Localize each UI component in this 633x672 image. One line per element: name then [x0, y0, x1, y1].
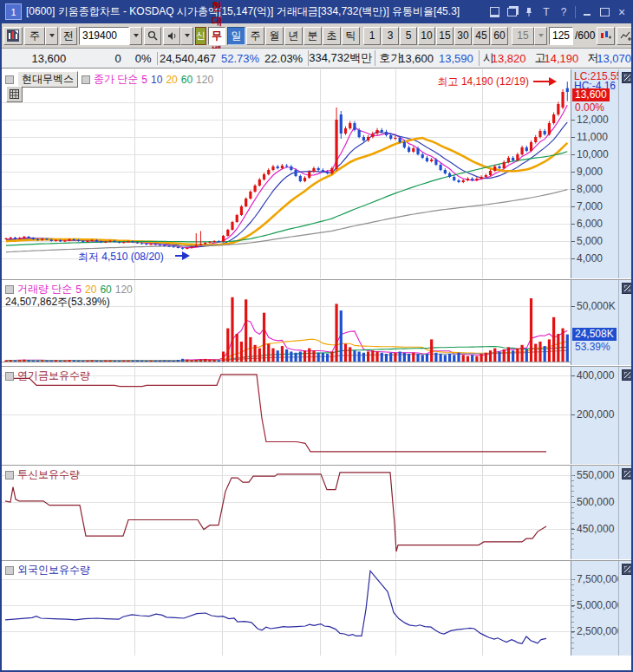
- period-button-분[interactable]: 분: [303, 27, 322, 45]
- candle: [552, 114, 555, 123]
- trust-panel-resize-button[interactable]: [622, 468, 633, 480]
- week-period-combo-arrow[interactable]: [45, 27, 58, 45]
- jun-button[interactable]: 전: [60, 27, 77, 45]
- candle: [258, 179, 261, 186]
- candle: [516, 154, 519, 160]
- candle: [344, 128, 347, 134]
- duplicate-window-icon[interactable]: [506, 6, 518, 18]
- minute-button-5[interactable]: 5: [400, 27, 417, 45]
- open-label: 시: [479, 50, 492, 66]
- period-button-년[interactable]: 년: [284, 27, 303, 45]
- period-button-일[interactable]: 일: [227, 27, 245, 45]
- period-button-주[interactable]: 주: [246, 27, 264, 45]
- high-price: 14,190: [544, 52, 584, 65]
- axis-minor-tick: [571, 496, 574, 497]
- minute-combo-arrow[interactable]: [534, 27, 547, 45]
- volume-bar: [489, 350, 492, 362]
- candle: [226, 230, 229, 236]
- volume-bar: [544, 346, 546, 362]
- trust-axis: 550,000500,000450,000: [571, 466, 618, 559]
- minute-combo[interactable]: 15: [512, 27, 534, 45]
- pension-axis: 400,000200,000: [571, 367, 618, 464]
- add-indicator-tool-button[interactable]: [617, 27, 633, 45]
- volume-bar: [271, 349, 274, 362]
- axis-minor-tick: [571, 549, 574, 550]
- embed-window-icon[interactable]: [488, 6, 500, 18]
- stock-code-dropdown[interactable]: [129, 27, 142, 45]
- candle: [512, 158, 514, 160]
- candle: [566, 88, 569, 92]
- minute-button-3[interactable]: 3: [382, 27, 399, 45]
- minimize-button[interactable]: [581, 6, 593, 18]
- candle: [32, 238, 35, 239]
- pin-icon[interactable]: [523, 6, 535, 18]
- main-panel-resize-button[interactable]: [622, 72, 633, 83]
- vol-panel-resize-button[interactable]: [622, 283, 633, 294]
- volume-bar: [399, 351, 401, 362]
- main-axis-label: 7,000: [577, 200, 603, 212]
- candle: [104, 242, 107, 243]
- minute-button-60[interactable]: 60: [491, 27, 508, 45]
- main-axis-label: 9,000: [577, 166, 603, 178]
- volume-bar: [426, 354, 428, 362]
- pension-axis-label: 200,000: [577, 408, 614, 421]
- minute-button-10[interactable]: 10: [418, 27, 435, 45]
- ma-period-label: 120: [115, 284, 133, 296]
- minute-button-15[interactable]: 15: [436, 27, 454, 45]
- candle: [290, 166, 292, 170]
- candle: [530, 142, 532, 151]
- volume-bar: [108, 361, 111, 362]
- stock-name-field[interactable]: 현대무벡스: [208, 27, 225, 45]
- axis-minor-tick: [571, 579, 574, 580]
- candle: [349, 123, 351, 128]
- candle: [385, 132, 388, 135]
- bar-count-input[interactable]: 125: [549, 27, 573, 45]
- volume-bar: [444, 355, 447, 362]
- period-button-초[interactable]: 초: [323, 27, 341, 45]
- candle: [326, 172, 329, 173]
- candle: [199, 244, 202, 245]
- volume-bar: [218, 360, 220, 362]
- minute-button-45[interactable]: 45: [473, 27, 490, 45]
- chart-layout-button[interactable]: [3, 27, 23, 45]
- sound-button[interactable]: [163, 27, 180, 45]
- trust-panel: 투신보유수량: [2, 466, 571, 559]
- minute-button-30[interactable]: 30: [454, 27, 472, 45]
- pension-panel-resize-button[interactable]: [622, 369, 633, 381]
- minute-button-1[interactable]: 1: [363, 27, 381, 45]
- axis-tickmark: [571, 375, 575, 376]
- candle: [140, 243, 143, 244]
- foreign-legend: 외국인보유수량: [5, 563, 90, 577]
- help-icon[interactable]: ?: [558, 6, 570, 18]
- grid-icon[interactable]: [6, 86, 23, 102]
- axis-minor-tick: [571, 617, 574, 617]
- foreign-panel-resize-button[interactable]: [622, 564, 633, 575]
- legend-stock-button[interactable]: 현대무벡스: [17, 71, 78, 88]
- period-button-틱[interactable]: 틱: [342, 27, 360, 45]
- period-button-월[interactable]: 월: [265, 27, 284, 45]
- stock-code-input[interactable]: 319400: [79, 27, 129, 45]
- add-candle-tool-button[interactable]: [597, 27, 615, 45]
- volume-bar: [254, 345, 257, 362]
- ask-price: 13,600: [399, 52, 439, 65]
- candle: [14, 238, 16, 239]
- axis-minor-tick: [571, 606, 574, 607]
- panel-marker-icon: [5, 566, 14, 575]
- candle: [23, 237, 25, 238]
- volume-bar: [267, 344, 270, 362]
- candle: [173, 246, 175, 247]
- volume-bar: [548, 339, 551, 362]
- maximize-button[interactable]: [598, 6, 610, 18]
- titlebar-divider: [575, 6, 576, 18]
- volume-bar: [471, 355, 473, 362]
- volume-bar: [285, 349, 288, 362]
- candle: [263, 174, 265, 179]
- volume-bar: [362, 353, 365, 362]
- text-tool-icon[interactable]: T: [540, 6, 552, 18]
- volume-bar: [421, 355, 424, 362]
- sound-dropdown[interactable]: [180, 27, 193, 45]
- week-period-combo[interactable]: 주: [24, 27, 45, 45]
- close-button[interactable]: ×: [616, 6, 628, 18]
- chart-window: 1 [0600] 키움종합차트 - KOSDAQ 시가총액[15,147(억)]…: [0, 0, 633, 672]
- search-button[interactable]: [144, 27, 161, 45]
